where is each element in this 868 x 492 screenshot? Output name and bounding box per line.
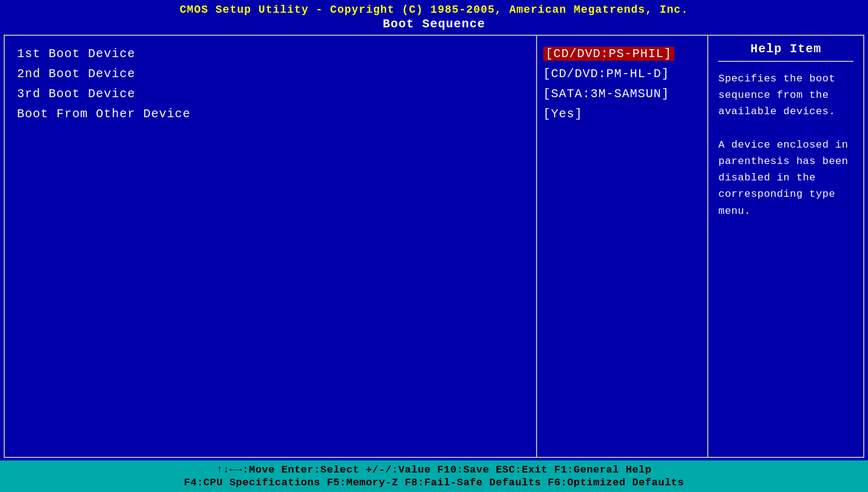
main-content: 1st Boot Device 2nd Boot Device 3rd Boot… xyxy=(4,35,864,458)
left-panel: 1st Boot Device 2nd Boot Device 3rd Boot… xyxy=(5,36,537,457)
header-subtitle: Boot Sequence xyxy=(0,17,868,31)
header-title: CMOS Setup Utility - Copyright (C) 1985-… xyxy=(0,4,868,16)
footer-line2: F4:CPU Specifications F5:Memory-Z F8:Fai… xyxy=(12,477,856,488)
boot-device-3-label[interactable]: 3rd Boot Device xyxy=(17,87,524,101)
boot-device-3-value[interactable]: [SATA:3M-SAMSUN] xyxy=(543,87,702,101)
right-panel: Help Item Specifies the boot sequence fr… xyxy=(708,36,863,457)
footer: ↑↓←→:Move Enter:Select +/-/:Value F10:Sa… xyxy=(0,460,868,492)
help-text-part2: A device enclosed in parenthesis has bee… xyxy=(718,139,848,217)
footer-line1: ↑↓←→:Move Enter:Select +/-/:Value F10:Sa… xyxy=(12,464,856,476)
boot-device-2-label[interactable]: 2nd Boot Device xyxy=(17,67,524,81)
boot-from-other-label[interactable]: Boot From Other Device xyxy=(17,107,524,121)
boot-device-1-label[interactable]: 1st Boot Device xyxy=(17,47,524,61)
boot-from-other-value[interactable]: [Yes] xyxy=(543,107,702,121)
boot-device-1-value[interactable]: [CD/DVD:PS-PHIL] xyxy=(543,47,702,61)
middle-panel: [CD/DVD:PS-PHIL] [CD/DVD:PM-HL-D] [SATA:… xyxy=(537,36,709,457)
help-item-title: Help Item xyxy=(718,42,853,62)
header: CMOS Setup Utility - Copyright (C) 1985-… xyxy=(0,0,868,32)
help-text-part1: Specifies the boot sequence from the ava… xyxy=(718,73,835,117)
boot-device-2-value[interactable]: [CD/DVD:PM-HL-D] xyxy=(543,67,702,81)
help-item-text: Specifies the boot sequence from the ava… xyxy=(718,70,853,219)
